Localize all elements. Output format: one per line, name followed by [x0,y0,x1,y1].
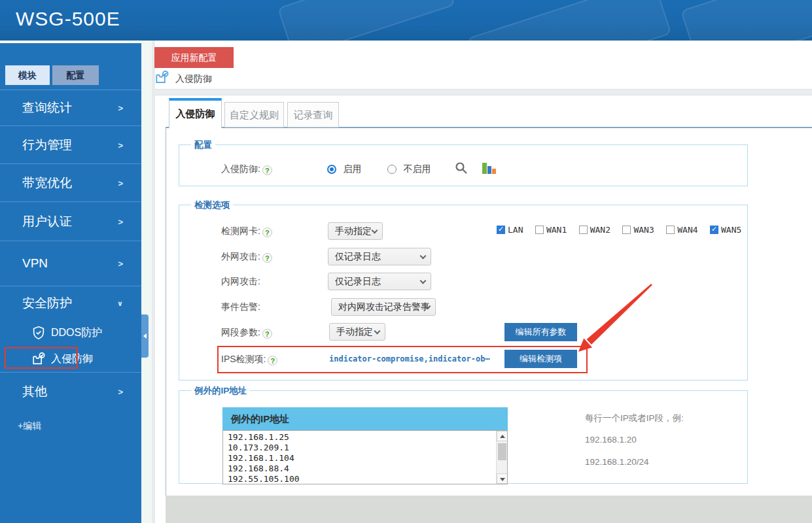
sidebar-tab-config[interactable]: 配置 [52,65,99,85]
arrow-up-icon [500,435,505,438]
ip-line: 192.168.88.4 [228,464,507,474]
fieldset-legend: 检测选项 [191,199,233,211]
checkbox-wan5[interactable]: WAN5 [710,224,750,235]
ips-items-label: IPS检测项:? [221,354,277,365]
checkbox-icon [622,226,631,234]
sidebar-item-user-auth[interactable]: 用户认证 > [0,201,141,241]
ip-hint-example2: 192.168.1.20/24 [585,457,649,467]
exceptions-fieldset: 例外的IP地址 例外的IP地址 192.168.1.25 10.173.209.… [179,390,748,484]
checkbox-wan1[interactable]: WAN1 [535,224,576,235]
ip-line: 192.168.1.104 [228,453,507,464]
fieldset-legend: 配置 [191,139,215,151]
chevron-down-icon [372,228,378,234]
scroll-down-button[interactable] [497,473,508,484]
wan-attack-select[interactable]: 仅记录日志 [328,248,431,265]
sidebar-item-label: 行为管理 [22,137,72,154]
sidebar-item-label: 其他 [22,383,47,400]
checkbox-label: WAN3 [633,225,654,235]
edit-ips-items-button[interactable]: 编辑检测项 [504,350,577,368]
checkbox-wan3[interactable]: WAN3 [622,224,663,235]
help-icon[interactable]: ? [268,356,277,365]
chevron-right-icon: > [118,216,123,226]
detection-fieldset: 检测选项 检测网卡:? 手动指定 LAN WAN1 WAN2 WAN3 WAN4… [179,205,748,380]
sidebar-item-vpn[interactable]: VPN > [0,241,141,286]
help-icon[interactable]: ? [262,329,272,339]
select-value: 仅记录日志 [335,251,381,262]
scroll-up-button[interactable] [497,431,508,441]
chevron-right-icon: > [118,178,123,188]
help-icon[interactable]: ? [262,253,272,263]
radio-label: 不启用 [403,163,431,174]
help-icon[interactable]: ? [262,165,272,175]
radio-label: 启用 [343,163,361,174]
sidebar-collapse-handle[interactable] [141,314,149,358]
chevron-left-icon [143,333,147,339]
tab-intrusion-defense[interactable]: 入侵防御 [169,98,222,128]
lan-attack-label: 内网攻击: [221,276,260,288]
chevron-down-icon [420,253,427,260]
radio-icon [327,165,336,174]
sidebar-item-behavior[interactable]: 行为管理 > [0,126,141,163]
sidebar-edit-link[interactable]: +编辑 [18,420,41,432]
exception-ip-textarea[interactable]: 192.168.1.25 10.173.209.1 192.168.1.104 … [222,430,508,484]
alert-select[interactable]: 对内网攻击记录告警事 [331,298,436,316]
checkbox-wan2[interactable]: WAN2 [579,224,620,235]
sidebar-item-query-stats[interactable]: 查询统计 > [0,90,141,126]
radio-disable[interactable]: 不启用 [387,163,431,175]
scrollbar[interactable] [496,431,507,484]
alert-label: 事件告警: [221,301,260,313]
segment-select[interactable]: 手动指定 [329,323,385,341]
sidebar-divider [0,41,141,43]
scrollbar-thumb[interactable] [498,443,506,460]
ip-line: 192.168.1.25 [228,432,507,443]
search-icon[interactable] [454,161,468,175]
segment-label: 网段参数:? [221,327,272,339]
checkbox-lan[interactable]: LAN [497,224,532,235]
arrow-down-icon [500,478,505,481]
chevron-right-icon: > [118,140,123,150]
config-fieldset: 配置 入侵防御:? 启用 不启用 [179,144,748,186]
select-value: 仅记录日志 [335,276,381,286]
checkbox-icon [497,226,505,234]
select-value: 手动指定 [336,326,373,337]
fieldset-legend: 例外的IP地址 [191,385,250,397]
tab-strip [154,89,812,95]
checkbox-icon [535,226,544,234]
ip-line: 10.173.209.1 [228,443,507,453]
sidebar-tab-modules[interactable]: 模块 [5,65,50,85]
exception-list-header: 例外的IP地址 [222,407,508,430]
checkbox-label: WAN2 [590,225,610,235]
ips-items-value: indicator-compromise,indicator-ob⋯ [329,354,490,363]
checkbox-wan4[interactable]: WAN4 [666,224,707,235]
app-title: WSG-500E [16,8,120,30]
sidebar-item-bandwidth[interactable]: 带宽优化 > [0,163,141,201]
radio-enable[interactable]: 启用 [327,163,361,175]
checkbox-icon [710,226,718,234]
tab-log-query[interactable]: 记录查询 [287,102,339,127]
nic-select[interactable]: 手动指定 [328,222,383,240]
sidebar-item-label: DDOS防护 [51,326,102,340]
breadcrumb: 入侵防御 [175,73,212,85]
sidebar-item-label: 带宽优化 [22,175,72,192]
lan-attack-select[interactable]: 仅记录日志 [328,273,431,290]
annotation-box-sidebar [5,347,78,369]
sidebar: 模块 配置 查询统计 > 行为管理 > 带宽优化 > 用户认证 > VPN > … [0,41,141,523]
nic-label: 检测网卡:? [221,226,272,237]
sidebar-item-other[interactable]: 其他 > [0,372,141,410]
sidebar-item-ddos[interactable]: DDOS防护 [0,320,141,346]
keyboard-art [680,0,812,41]
tab-custom-rules[interactable]: 自定义规则 [224,102,284,127]
select-value: 对内网攻击记录告警事 [338,301,430,312]
checkbox-label: WAN5 [721,225,741,235]
chevron-down-icon [420,278,427,284]
bar-chart-icon[interactable] [482,161,497,174]
checkbox-label: WAN1 [546,225,567,235]
interface-checkbox-row: LAN WAN1 WAN2 WAN3 WAN4 WAN5 [497,224,750,235]
sidebar-item-security[interactable]: 安全防护 ∨ [0,286,141,320]
radio-icon [387,165,397,174]
keyboard-art [467,0,671,41]
wsg-admin-page: WSG-500E 模块 配置 查询统计 > 行为管理 > 带宽优化 > 用户认证… [0,0,812,523]
apply-config-button[interactable]: 应用新配置 [154,47,234,68]
edit-all-params-button[interactable]: 编辑所有参数 [504,323,577,341]
help-icon[interactable]: ? [262,228,272,237]
